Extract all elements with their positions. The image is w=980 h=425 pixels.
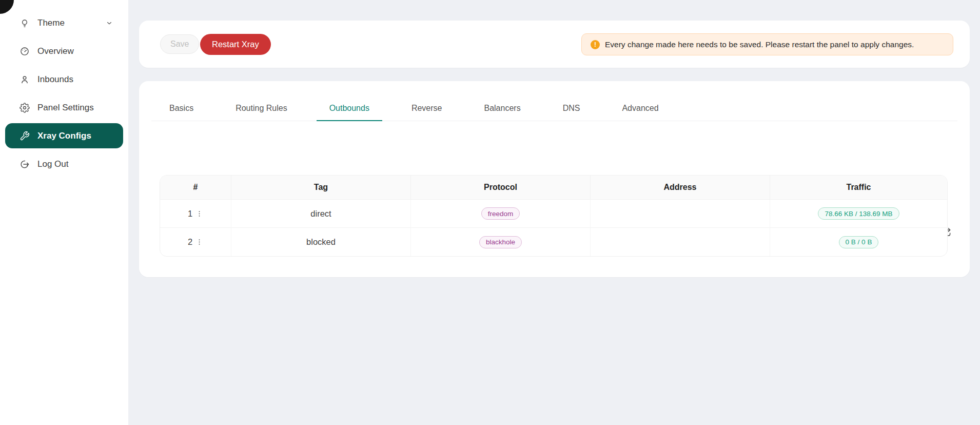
row-tag: direct bbox=[310, 209, 331, 219]
cell-index: 2 bbox=[160, 228, 231, 256]
sidebar-nav: Theme Overview Inbounds Panel Settings bbox=[0, 0, 128, 177]
sidebar-item-label: Panel Settings bbox=[37, 103, 94, 113]
lightbulb-icon bbox=[19, 18, 30, 28]
cell-index: 1 bbox=[160, 200, 231, 228]
table-body: 1 direct freedom 78.66 KB / 138.69 MB 2 … bbox=[160, 200, 947, 256]
tab-routing-rules[interactable]: Routing Rules bbox=[223, 98, 300, 121]
col-header-protocol: Protocol bbox=[411, 176, 591, 200]
cell-tag: direct bbox=[231, 200, 411, 228]
sidebar-item-label: Inbounds bbox=[37, 74, 73, 85]
col-header-index: # bbox=[160, 176, 231, 200]
kebab-menu-icon[interactable] bbox=[195, 210, 203, 218]
logout-icon bbox=[19, 159, 30, 169]
outbounds-table: # Tag Protocol Address Traffic 1 direct … bbox=[160, 175, 948, 257]
gear-icon bbox=[19, 103, 30, 113]
tab-dns[interactable]: DNS bbox=[550, 98, 593, 121]
wrench-icon bbox=[19, 131, 30, 141]
col-header-tag: Tag bbox=[231, 176, 411, 200]
tab-basics[interactable]: Basics bbox=[156, 98, 206, 121]
warning-icon: ! bbox=[591, 40, 600, 49]
table-header-row: # Tag Protocol Address Traffic bbox=[160, 176, 947, 200]
sidebar-item-panel-settings[interactable]: Panel Settings bbox=[5, 95, 123, 120]
tab-advanced[interactable]: Advanced bbox=[609, 98, 671, 121]
sidebar-item-theme[interactable]: Theme bbox=[5, 10, 123, 35]
sidebar-item-log-out[interactable]: Log Out bbox=[5, 151, 123, 177]
save-button[interactable]: Save bbox=[160, 34, 199, 54]
cell-address bbox=[591, 200, 770, 228]
row-tag: blocked bbox=[306, 237, 336, 247]
xray-configs-card: Basics Routing Rules Outbounds Reverse B… bbox=[139, 81, 970, 277]
cell-protocol: freedom bbox=[411, 200, 591, 228]
warning-alert-text: Every change made here needs to be saved… bbox=[605, 40, 914, 49]
col-header-traffic: Traffic bbox=[770, 183, 947, 192]
sidebar-item-label: Xray Configs bbox=[37, 131, 91, 141]
main-content: Save Restart Xray ! Every change made he… bbox=[128, 0, 980, 425]
cell-traffic: 0 B / 0 B bbox=[770, 236, 947, 248]
cell-traffic: 78.66 KB / 138.69 MB bbox=[770, 207, 947, 220]
row-index: 1 bbox=[188, 209, 192, 219]
traffic-badge: 0 B / 0 B bbox=[839, 236, 879, 248]
cell-protocol: blackhole bbox=[411, 228, 591, 256]
chevron-down-icon bbox=[106, 20, 113, 27]
sidebar-item-overview[interactable]: Overview bbox=[5, 38, 123, 64]
cell-address bbox=[591, 228, 770, 256]
sidebar-item-label: Overview bbox=[37, 46, 74, 56]
config-tabs: Basics Routing Rules Outbounds Reverse B… bbox=[151, 98, 957, 121]
user-icon bbox=[19, 74, 30, 85]
protocol-badge: freedom bbox=[481, 207, 520, 220]
traffic-badge: 78.66 KB / 138.69 MB bbox=[818, 207, 899, 220]
sidebar-item-label: Log Out bbox=[37, 159, 69, 169]
kebab-menu-icon[interactable] bbox=[195, 238, 203, 246]
row-index: 2 bbox=[188, 237, 192, 247]
table-row: 2 blocked blackhole 0 B / 0 B bbox=[160, 228, 947, 256]
tab-outbounds[interactable]: Outbounds bbox=[317, 98, 382, 121]
warning-alert: ! Every change made here needs to be sav… bbox=[581, 33, 953, 55]
sidebar: Theme Overview Inbounds Panel Settings bbox=[0, 0, 128, 425]
cell-tag: blocked bbox=[231, 228, 411, 256]
restart-xray-button[interactable]: Restart Xray bbox=[200, 34, 271, 55]
protocol-badge: blackhole bbox=[479, 236, 522, 248]
toolbar-card: Save Restart Xray ! Every change made he… bbox=[139, 21, 970, 68]
sidebar-item-xray-configs[interactable]: Xray Configs bbox=[5, 123, 123, 148]
table-row: 1 direct freedom 78.66 KB / 138.69 MB bbox=[160, 200, 947, 228]
tab-reverse[interactable]: Reverse bbox=[399, 98, 455, 121]
tab-balancers[interactable]: Balancers bbox=[471, 98, 533, 121]
col-header-address: Address bbox=[591, 176, 770, 200]
sidebar-item-inbounds[interactable]: Inbounds bbox=[5, 67, 123, 92]
dashboard-icon bbox=[19, 46, 30, 56]
sidebar-item-label: Theme bbox=[37, 18, 65, 28]
